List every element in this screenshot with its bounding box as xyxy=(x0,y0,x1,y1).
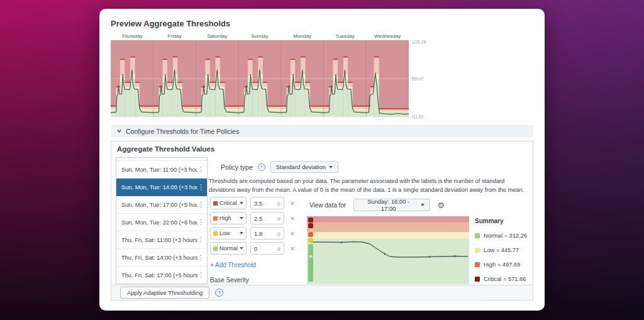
summary-item-text: Critical = 571.86 xyxy=(484,276,526,282)
help-icon[interactable] xyxy=(258,163,265,171)
help-icon[interactable] xyxy=(215,289,223,297)
remove-threshold-icon[interactable] xyxy=(290,215,295,222)
sigma-unit: σ xyxy=(277,200,280,207)
kebab-menu-icon[interactable] xyxy=(197,271,204,279)
policy-label: Thu, Fri, Sat: 14:00 (+3 hours) (... xyxy=(121,255,197,261)
configure-thresholds-toggle[interactable]: Configure Thresholds for Time Policies xyxy=(111,125,533,137)
summary-color-swatch xyxy=(475,248,480,253)
policy-list-item[interactable]: Thu, Fri, Sat: 17:00 (+5 hours) (... xyxy=(116,267,207,284)
summary-item: High = 497.69 xyxy=(475,262,533,268)
summary-item: Low = 445.77 xyxy=(475,247,533,253)
remove-threshold-icon[interactable] xyxy=(290,200,295,207)
remove-threshold-icon[interactable] xyxy=(290,230,295,237)
panel-footer: Apply Adaptive Thresholding xyxy=(111,285,533,300)
kebab-menu-icon[interactable] xyxy=(197,165,204,174)
apply-adaptive-thresholding-button[interactable]: Apply Adaptive Thresholding xyxy=(120,287,209,299)
day-label: Monday xyxy=(281,33,324,39)
threshold-row: High2.5σ xyxy=(210,212,295,224)
day-label: Friday xyxy=(153,33,196,39)
policy-list-item[interactable]: Sun, Mon, Tue: 17:00 (+5 hours)... xyxy=(116,196,207,214)
summary-color-swatch xyxy=(475,277,480,282)
summary-item-text: Low = 445.77 xyxy=(484,247,519,253)
caret-down-icon xyxy=(240,202,243,204)
kebab-menu-icon[interactable] xyxy=(197,183,204,191)
sigma-value-input[interactable]: 2.5σ xyxy=(250,212,284,224)
y-axis-tick: 111.93 xyxy=(411,114,423,119)
remove-threshold-icon[interactable] xyxy=(290,245,295,252)
policy-label: Thu, Fri, Sat: 17:00 (+5 hours) (... xyxy=(121,272,197,279)
summary-color-swatch xyxy=(475,262,480,267)
sigma-value: 3.5 xyxy=(254,200,262,207)
policy-list-item[interactable]: Thu, Fri, Sat: 14:00 (+3 hours) (... xyxy=(116,249,207,267)
sigma-value-input[interactable]: 1.8σ xyxy=(250,227,284,240)
policy-label: Sun, Mon, Tue: 22:00 (+6 hour... xyxy=(121,219,197,226)
slider-grip[interactable] xyxy=(309,255,313,258)
chevron-down-icon xyxy=(116,128,122,134)
add-threshold-link[interactable]: + Add Threshold xyxy=(210,262,256,268)
day-label: Saturday xyxy=(196,33,238,39)
low-slider-handle[interactable] xyxy=(308,238,313,243)
day-label: Wednesday xyxy=(366,33,409,39)
severity-label: High xyxy=(219,215,238,221)
page-title: Preview Aggregate Thresholds xyxy=(111,19,230,28)
severity-color-swatch xyxy=(213,216,218,221)
summary-item: Critical = 571.86 xyxy=(475,276,533,282)
summary-item: Normal = 312.26 xyxy=(475,233,533,239)
caret-down-icon xyxy=(240,247,243,250)
sigma-unit: σ xyxy=(277,215,280,222)
policy-list-item[interactable]: Sun, Mon, Tue: 14:00 (+3 hours)... xyxy=(116,179,207,196)
high-slider-handle[interactable] xyxy=(308,232,313,237)
threshold-row: Low1.8σ xyxy=(210,227,295,240)
caret-down-icon xyxy=(240,217,243,219)
caret-down-icon xyxy=(329,166,333,168)
summary-items: Normal = 312.26Low = 445.77High = 497.69… xyxy=(475,233,533,282)
policy-label: Sun, Mon, Tue: 14:00 (+3 hours)... xyxy=(121,184,197,190)
time-policy-list: Sun, Mon, Tue: 11:00 (+3 hours)...Sun, M… xyxy=(116,157,208,284)
severity-dropdown[interactable]: Normal xyxy=(210,242,247,255)
summary-item-text: High = 497.69 xyxy=(484,262,520,268)
normal-slider-bar[interactable] xyxy=(308,244,313,282)
critical-slider-handle[interactable] xyxy=(308,223,313,228)
severity-dropdown[interactable]: Critical xyxy=(210,197,247,209)
severity-dropdown[interactable]: High xyxy=(210,212,247,224)
view-data-label: View data for xyxy=(309,202,346,209)
threshold-row: Normal0σ xyxy=(210,242,295,255)
sigma-unit: σ xyxy=(277,230,280,237)
kebab-menu-icon[interactable] xyxy=(197,218,204,226)
sigma-value-input[interactable]: 0σ xyxy=(250,242,284,255)
configure-thresholds-label: Configure Thresholds for Time Policies xyxy=(126,128,239,135)
page-background: Preview Aggregate Thresholds Thursday Fr… xyxy=(0,0,644,320)
kebab-menu-icon[interactable] xyxy=(197,201,204,209)
view-data-row: View data for Sunday: 16:00 - 17:00 xyxy=(309,199,445,211)
kebab-menu-icon[interactable] xyxy=(197,253,204,262)
y-axis-tick: 1231.26 xyxy=(411,40,426,44)
policy-type-label: Policy type xyxy=(221,163,253,171)
y-axis-tick: 559.67 xyxy=(411,77,424,81)
summary-title: Summary xyxy=(475,218,533,224)
critical-slider-handle[interactable] xyxy=(308,218,313,223)
sigma-value: 1.8 xyxy=(254,230,262,237)
gear-icon[interactable] xyxy=(437,201,445,209)
day-label: Thursday xyxy=(111,33,153,39)
sigma-unit: σ xyxy=(277,245,280,252)
policy-type-dropdown[interactable]: Standard deviation xyxy=(270,161,338,173)
threshold-preview-chart xyxy=(307,216,469,284)
view-data-dropdown[interactable]: Sunday: 16:00 - 17:00 xyxy=(353,199,430,211)
policy-list-item[interactable]: Sun, Mon, Tue: 22:00 (+6 hour... xyxy=(116,214,207,231)
base-severity-label: Base Severity xyxy=(210,277,249,284)
sigma-value-input[interactable]: 3.5σ xyxy=(250,197,284,209)
kebab-menu-icon[interactable] xyxy=(197,236,204,244)
severity-label: Low xyxy=(219,230,238,236)
severity-color-swatch xyxy=(213,201,218,206)
policy-list-item[interactable]: Sun, Mon, Tue: 11:00 (+3 hours)... xyxy=(116,161,207,179)
policy-list-item[interactable]: Thu, Fri, Sat: 11:00 (+3 hours) (U... xyxy=(116,231,207,249)
top-chart-day-labels: Thursday Friday Saturday Sunday Monday T… xyxy=(111,33,409,39)
summary-panel: Summary Normal = 312.26Low = 445.77High … xyxy=(475,218,533,282)
severity-dropdown[interactable]: Low xyxy=(210,227,247,240)
caret-down-icon xyxy=(240,232,243,234)
day-label: Tuesday xyxy=(324,33,367,39)
summary-item-text: Normal = 312.26 xyxy=(484,233,527,239)
policy-label: Sun, Mon, Tue: 11:00 (+3 hours)... xyxy=(121,167,197,173)
policy-label: Thu, Fri, Sat: 11:00 (+3 hours) (U... xyxy=(121,237,197,243)
aggregate-preview-chart xyxy=(111,40,409,117)
